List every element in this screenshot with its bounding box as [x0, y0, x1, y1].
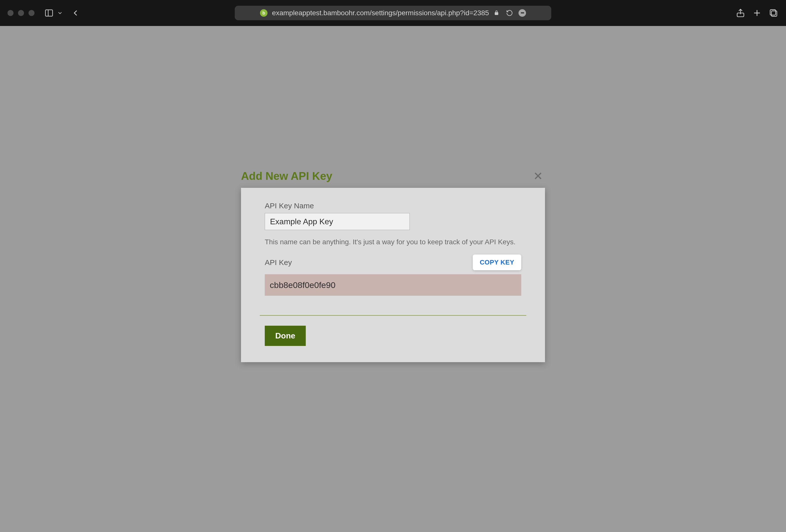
modal-footer: Done — [265, 326, 521, 346]
url-text: exampleapptest.bamboohr.com/settings/per… — [272, 9, 489, 17]
modal-body: API Key Name This name can be anything. … — [241, 188, 545, 362]
tabs-overview-icon[interactable] — [768, 8, 779, 18]
api-key-label: API Key — [265, 258, 292, 267]
svg-rect-0 — [46, 10, 53, 16]
close-window-button[interactable] — [7, 10, 14, 16]
modal-header: Add New API Key ✕ — [241, 169, 545, 188]
modal-divider — [260, 315, 526, 316]
api-key-name-label: API Key Name — [265, 201, 521, 210]
chevron-down-icon[interactable] — [57, 8, 63, 18]
api-key-value[interactable]: cbb8e08f0e0fe90 — [265, 274, 521, 296]
api-key-name-input[interactable] — [265, 213, 410, 230]
address-bar[interactable]: b exampleapptest.bamboohr.com/settings/p… — [235, 6, 551, 20]
browser-chrome: b exampleapptest.bamboohr.com/settings/p… — [0, 0, 786, 26]
add-api-key-modal: Add New API Key ✕ API Key Name This name… — [241, 169, 545, 362]
minimize-window-button[interactable] — [18, 10, 24, 16]
svg-rect-5 — [771, 11, 777, 17]
lock-icon — [493, 10, 500, 16]
close-icon[interactable]: ✕ — [531, 169, 545, 183]
maximize-window-button[interactable] — [28, 10, 34, 16]
svg-rect-6 — [770, 10, 776, 15]
sidebar-toggle-icon[interactable] — [44, 8, 54, 18]
new-tab-icon[interactable] — [752, 8, 762, 18]
copy-key-button[interactable]: COPY KEY — [473, 255, 521, 270]
window-controls — [7, 10, 34, 16]
page-actions-icon[interactable]: ••• — [518, 9, 526, 17]
api-key-name-help: This name can be anything. It's just a w… — [265, 238, 521, 246]
nav-back-button[interactable] — [70, 8, 80, 18]
share-icon[interactable] — [736, 8, 745, 18]
done-button[interactable]: Done — [265, 326, 306, 346]
modal-title: Add New API Key — [241, 170, 332, 182]
reload-icon[interactable] — [506, 9, 513, 17]
site-identity-badge: b — [260, 9, 268, 17]
